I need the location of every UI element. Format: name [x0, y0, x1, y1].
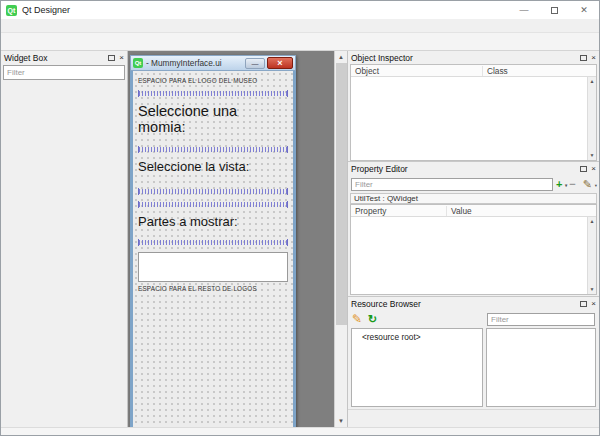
horizontal-spacer[interactable]	[138, 201, 288, 208]
right-dock-area: Object Inspector × Object Class ▲ ▼	[347, 51, 599, 427]
logos-space-label: ESPACIO PARA EL RESTO DE LOGOS	[138, 285, 288, 292]
widget-box-filter-wrap	[1, 64, 127, 82]
window-controls: — ✕	[509, 1, 599, 19]
object-inspector-panel: Object Inspector × Object Class ▲ ▼	[348, 51, 599, 161]
object-inspector-scrollbar[interactable]: ▲ ▼	[587, 77, 596, 160]
resource-browser-body: <resource root>	[351, 328, 596, 407]
scroll-up-icon[interactable]: ▲	[590, 217, 595, 226]
property-editor-toolbar: + − ✎	[348, 175, 599, 193]
maximize-icon[interactable]	[539, 1, 569, 19]
resource-root-item[interactable]: <resource root>	[362, 332, 421, 342]
logo-space-label: ESPACIO PARA EL LOGO DEL MUSEO	[138, 77, 288, 84]
app-icon: Qt	[6, 5, 17, 16]
float-panel-icon[interactable]	[580, 55, 587, 61]
widget-box-list	[1, 82, 127, 427]
column-object[interactable]: Object	[351, 66, 483, 76]
scroll-down-icon[interactable]: ▼	[590, 151, 595, 160]
object-inspector-table: Object Class ▲ ▼	[350, 64, 597, 161]
bottom-dock-tabs	[348, 409, 599, 427]
qt-designer-window: Qt Qt Designer — ✕ Widget Box ×	[0, 0, 600, 436]
close-panel-icon[interactable]: ×	[591, 301, 596, 307]
horizontal-spacer[interactable]	[138, 90, 288, 97]
select-view-heading: Seleccione la vista:	[138, 159, 288, 174]
resource-filter-input[interactable]	[487, 313, 595, 326]
minimize-icon[interactable]: —	[509, 1, 539, 19]
explanatory-text-edit[interactable]	[138, 252, 288, 282]
configure-property-editor-icon[interactable]: ✎	[583, 179, 596, 190]
property-editor-scrollbar[interactable]: ▲ ▼	[587, 217, 596, 294]
resource-tree[interactable]: <resource root>	[351, 328, 483, 407]
titlebar: Qt Qt Designer — ✕	[1, 1, 599, 19]
column-property[interactable]: Property	[351, 206, 447, 216]
scroll-down-icon[interactable]: ▼	[590, 285, 595, 294]
form-minimize-icon[interactable]: —	[245, 58, 265, 69]
form-window[interactable]: Qt - MummyInterface.ui — × ESPACIO PARA …	[130, 55, 296, 427]
float-panel-icon[interactable]	[108, 55, 115, 61]
scrollbar-thumb[interactable]	[336, 63, 347, 325]
reload-resources-icon[interactable]: ↻	[368, 313, 377, 326]
form-titlebar[interactable]: Qt - MummyInterface.ui — ×	[130, 55, 296, 71]
close-panel-icon[interactable]: ×	[591, 55, 596, 61]
widget-box-filter-input[interactable]	[3, 65, 125, 80]
menubar	[1, 19, 599, 33]
object-inspector-columns: Object Class	[351, 65, 596, 77]
mdi-vertical-scrollbar[interactable]: ▲ ▼	[334, 51, 347, 427]
form-close-icon[interactable]: ×	[267, 57, 293, 69]
close-icon[interactable]: ✕	[569, 1, 599, 19]
widget-box-header: Widget Box ×	[1, 51, 127, 64]
property-editor-columns: Property Value	[351, 205, 596, 217]
widget-box-panel: Widget Box ×	[1, 51, 128, 427]
resource-preview-pane[interactable]	[486, 328, 596, 407]
scroll-down-icon[interactable]: ▼	[338, 415, 344, 427]
scroll-up-icon[interactable]: ▲	[338, 51, 344, 63]
form-title: - MummyInterface.ui	[146, 58, 245, 68]
select-mummy-heading: Seleccione una momia:	[138, 103, 288, 135]
object-inspector-header: Object Inspector ×	[348, 51, 599, 64]
resource-browser-header: Resource Browser ×	[348, 297, 599, 310]
scroll-up-icon[interactable]: ▲	[590, 77, 595, 86]
close-panel-icon[interactable]: ×	[119, 55, 124, 61]
property-editor-title: Property Editor	[351, 164, 580, 174]
float-panel-icon[interactable]	[580, 301, 587, 307]
horizontal-spacer[interactable]	[138, 188, 288, 195]
column-class[interactable]: Class	[483, 66, 596, 76]
float-panel-icon[interactable]	[580, 166, 587, 172]
horizontal-spacer[interactable]	[138, 239, 288, 246]
remove-dynamic-property-icon[interactable]: −	[569, 179, 579, 190]
property-editor-panel: Property Editor × + − ✎ UtilTest : QWidg…	[348, 161, 599, 296]
mdi-area: Qt - MummyInterface.ui — × ESPACIO PARA …	[128, 51, 347, 427]
main-area: Widget Box × Qt - MummyInterface.ui — × …	[1, 51, 599, 427]
object-inspector-title: Object Inspector	[351, 53, 580, 63]
edit-resources-icon[interactable]: ✎	[352, 312, 362, 326]
property-editor-selection: UtilTest : QWidget	[350, 193, 597, 204]
toolbar	[1, 33, 599, 51]
resource-browser-title: Resource Browser	[351, 299, 580, 309]
close-panel-icon[interactable]: ×	[591, 166, 596, 172]
window-title: Qt Designer	[22, 5, 509, 15]
form-icon: Qt	[133, 58, 143, 68]
property-editor-table: Property Value ▲ ▼	[350, 204, 597, 295]
parts-heading: Partes a mostrar:	[138, 214, 288, 229]
statusbar	[1, 427, 599, 435]
horizontal-spacer[interactable]	[138, 146, 288, 153]
add-dynamic-property-icon[interactable]: +	[556, 179, 566, 190]
property-filter-input[interactable]	[351, 178, 553, 191]
widget-box-title: Widget Box	[4, 53, 108, 63]
property-editor-header: Property Editor ×	[348, 162, 599, 175]
resource-browser-panel: Resource Browser × ✎ ↻ <resource root>	[348, 296, 599, 427]
column-value[interactable]: Value	[447, 206, 596, 216]
resource-browser-toolbar: ✎ ↻	[348, 310, 599, 328]
form-canvas[interactable]: ESPACIO PARA EL LOGO DEL MUSEO Seleccion…	[133, 71, 293, 427]
